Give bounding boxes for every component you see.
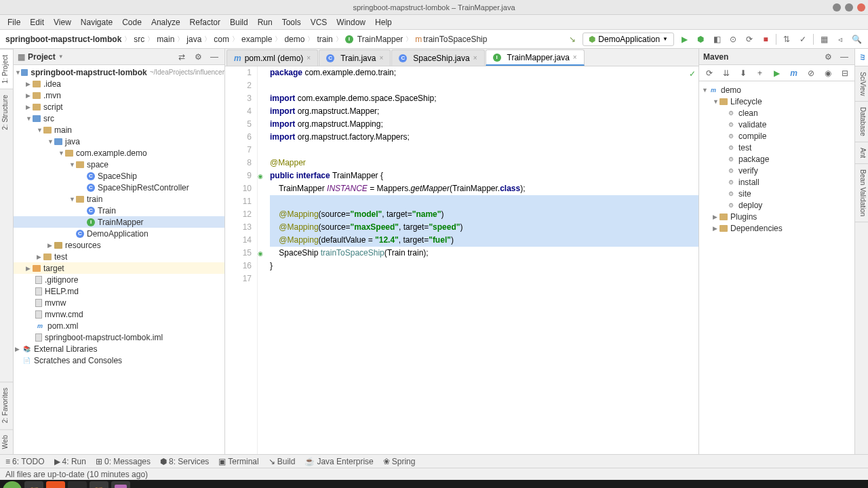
tab-build[interactable]: ↘ Build xyxy=(269,457,296,466)
tab-terminal[interactable]: ▣ Terminal xyxy=(218,457,258,466)
breadcrumb-example[interactable]: example xyxy=(241,35,272,44)
maven-goal-site[interactable]: ⚙site xyxy=(699,188,854,199)
tree-spaceship[interactable]: CSpaceShip xyxy=(14,170,224,182)
menu-run[interactable]: Run xyxy=(253,16,277,28)
maven-goal-test[interactable]: ⚙test xyxy=(699,142,854,153)
maven-plugins[interactable]: ▶Plugins xyxy=(699,211,854,222)
tab-services[interactable]: ⬢ 8: Services xyxy=(160,457,209,466)
maven-goal-package[interactable]: ⚙package xyxy=(699,153,854,165)
menu-file[interactable]: File xyxy=(3,16,25,28)
profile-icon[interactable]: ⊙ xyxy=(727,33,739,45)
tab-database[interactable]: Database xyxy=(855,102,868,142)
tree-mvnwcmd[interactable]: mvnw.cmd xyxy=(14,308,224,320)
menu-analyze[interactable]: Analyze xyxy=(146,16,185,28)
tab-trainmapper[interactable]: ITrainMapper.java× xyxy=(486,49,585,66)
tab-favorites[interactable]: 2: Favorites xyxy=(0,382,13,428)
tree-iml[interactable]: springboot-mapstruct-lombok.iml xyxy=(14,331,224,343)
maven-goal-clean[interactable]: ⚙clean xyxy=(699,107,854,119)
tree-scratches[interactable]: 📄Scratches and Consoles xyxy=(14,354,224,366)
menu-help[interactable]: Help xyxy=(370,16,397,28)
tab-maven[interactable]: m xyxy=(855,49,868,66)
update-icon[interactable]: ⇅ xyxy=(781,33,793,45)
tree-train-class[interactable]: CTrain xyxy=(14,205,224,216)
tree-root[interactable]: ▼springboot-mapstruct-lombok~/IdeaProjec… xyxy=(14,66,224,78)
maven-root[interactable]: ▼mdemo xyxy=(699,84,854,96)
breadcrumb-project[interactable]: springboot-mapstruct-lombok xyxy=(5,35,121,44)
close-icon[interactable]: × xyxy=(307,54,311,62)
maven-goal-compile[interactable]: ⚙compile xyxy=(699,130,854,142)
tab-spring[interactable]: ❀ Spring xyxy=(383,457,416,466)
search-icon[interactable]: 🔍 xyxy=(850,33,863,45)
commit-icon[interactable]: ✓ xyxy=(797,33,809,45)
tab-ant[interactable]: Ant xyxy=(855,142,868,164)
tree-main[interactable]: ▼main xyxy=(14,124,224,136)
breadcrumb-main[interactable]: main xyxy=(157,35,174,44)
back-icon[interactable]: ◃ xyxy=(834,33,846,45)
breadcrumb-com[interactable]: com xyxy=(214,35,229,44)
tab-todo[interactable]: ≡ 6: TODO xyxy=(5,457,45,466)
close-icon[interactable]: × xyxy=(379,54,383,62)
tree-demo-app[interactable]: CDemoApplication xyxy=(14,228,224,239)
tree-space[interactable]: ▼space xyxy=(14,159,224,170)
tree-gitignore[interactable]: .gitignore xyxy=(14,274,224,285)
close-icon[interactable] xyxy=(857,3,865,12)
tab-project[interactable]: 1: Project xyxy=(0,49,13,89)
tree-train-mapper[interactable]: ITrainMapper xyxy=(14,216,224,228)
tree-ext-libs[interactable]: ▶📚External Libraries xyxy=(14,343,224,354)
maven-deps[interactable]: ▶Dependencies xyxy=(699,222,854,234)
breadcrumb-method[interactable]: trainToSpaceShip xyxy=(423,35,487,44)
coverage-icon[interactable]: ◧ xyxy=(711,33,723,45)
run-config-select[interactable]: ⬢ DemoApplication ▼ xyxy=(583,33,674,46)
hide-panel-icon[interactable]: — xyxy=(208,51,220,63)
tab-run[interactable]: ▶ 4: Run xyxy=(54,457,86,466)
breadcrumb-src[interactable]: src xyxy=(134,35,144,44)
tab-bean-validation[interactable]: Bean Validation xyxy=(855,164,868,222)
gear-icon[interactable]: ⚙ xyxy=(822,51,834,63)
menu-refactor[interactable]: Refactor xyxy=(185,16,225,28)
stop-icon[interactable]: ■ xyxy=(760,33,772,45)
maven-goal-validate[interactable]: ⚙validate xyxy=(699,119,854,130)
add-icon[interactable]: + xyxy=(754,67,766,79)
code-editor[interactable]: ✓ 1234567891011121314151617 ◉◉ package c… xyxy=(225,66,698,454)
tree-test[interactable]: ▶test xyxy=(14,251,224,262)
maven-goal-install[interactable]: ⚙install xyxy=(699,176,854,188)
tab-structure[interactable]: 2: Structure xyxy=(0,89,13,136)
maven-tree[interactable]: ▼mdemo ▼Lifecycle ⚙clean⚙validate⚙compil… xyxy=(699,81,854,454)
debug-icon[interactable]: ⬢ xyxy=(694,33,707,45)
menu-edit[interactable]: Edit xyxy=(25,16,49,28)
menu-vcs[interactable]: VCS xyxy=(306,16,332,28)
maven-lifecycle[interactable]: ▼Lifecycle xyxy=(699,96,854,107)
menu-build[interactable]: Build xyxy=(225,16,253,28)
tree-mvnw[interactable]: mvnw xyxy=(14,297,224,308)
inspection-ok-icon[interactable]: ✓ xyxy=(689,68,696,81)
execute-goal-icon[interactable]: m xyxy=(788,67,800,79)
scroll-from-source-icon[interactable]: ⇄ xyxy=(176,51,188,63)
build-icon[interactable]: ↘ xyxy=(566,33,578,45)
tree-train-pkg[interactable]: ▼train xyxy=(14,193,224,205)
run-icon[interactable]: ▶ xyxy=(678,33,690,45)
project-tree[interactable]: ▼springboot-mapstruct-lombok~/IdeaProjec… xyxy=(14,65,224,454)
breadcrumb-class[interactable]: TrainMapper xyxy=(357,35,403,44)
tree-java[interactable]: ▼java xyxy=(14,136,224,147)
tab-spaceship[interactable]: CSpaceShip.java× xyxy=(391,49,484,66)
tree-help[interactable]: HELP.md xyxy=(14,285,224,297)
tree-pom[interactable]: mpom.xml xyxy=(14,320,224,331)
tab-train[interactable]: CTrain.java× xyxy=(319,49,391,66)
tree-pkg[interactable]: ▼com.example.demo xyxy=(14,147,224,159)
maven-goal-verify[interactable]: ⚙verify xyxy=(699,165,854,176)
tree-resources[interactable]: ▶resources xyxy=(14,239,224,251)
minimize-icon[interactable] xyxy=(833,3,841,12)
show-deps-icon[interactable]: ◉ xyxy=(822,67,833,79)
task-terminal[interactable]: >_ xyxy=(68,481,87,488)
breadcrumb-java[interactable]: java xyxy=(186,35,201,44)
tree-mvn[interactable]: ▶.mvn xyxy=(14,89,224,101)
menu-navigate[interactable]: Navigate xyxy=(76,16,117,28)
tree-target[interactable]: ▶target xyxy=(14,262,224,274)
close-icon[interactable]: × xyxy=(573,54,577,61)
tab-sciview[interactable]: SciView xyxy=(855,66,868,102)
maximize-icon[interactable] xyxy=(845,3,853,12)
collapse-all-icon[interactable]: ⊟ xyxy=(839,67,850,79)
breadcrumb-train[interactable]: train xyxy=(317,35,332,44)
toggle-offline-icon[interactable]: ⊘ xyxy=(805,67,816,79)
download-icon[interactable]: ⬇ xyxy=(737,67,749,79)
